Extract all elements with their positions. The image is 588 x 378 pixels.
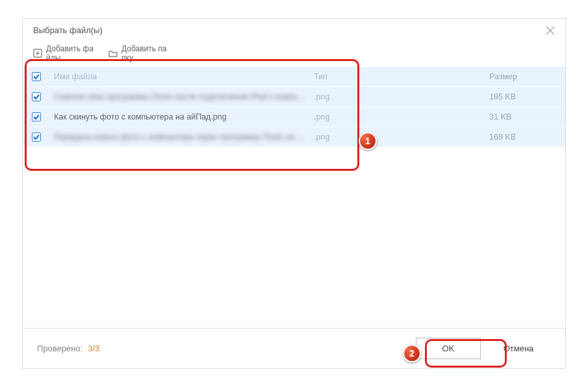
row-checkbox[interactable] xyxy=(32,132,41,142)
table-header: Имя файла Тип Размер xyxy=(23,67,565,86)
folder-icon xyxy=(109,49,118,58)
row-checkbox[interactable] xyxy=(32,92,41,101)
file-size: 169 KB xyxy=(392,132,556,142)
add-files-button[interactable]: Добавить фа йлы xyxy=(33,44,98,63)
titlebar: Выбрать файл(ы) xyxy=(23,19,565,42)
select-all-checkbox[interactable] xyxy=(32,72,41,81)
add-files-label: Добавить фа йлы xyxy=(46,44,98,63)
toolbar: Добавить фа йлы Добавить па пку xyxy=(23,42,565,67)
header-name: Имя файла xyxy=(54,72,314,81)
row-checkbox[interactable] xyxy=(32,112,41,121)
file-size: 31 KB xyxy=(392,112,556,121)
ok-button[interactable]: OK xyxy=(416,338,481,359)
dialog-title: Выбрать файл(ы) xyxy=(33,25,103,35)
file-type: .png xyxy=(314,112,392,121)
table-row[interactable]: Как скинуть фото с компьютера на айПад.p… xyxy=(23,107,565,127)
close-icon[interactable] xyxy=(546,26,555,35)
checked-label: Проверено: xyxy=(37,344,83,353)
header-size: Размер xyxy=(392,72,556,81)
file-type: .png xyxy=(314,92,392,101)
file-type: .png xyxy=(314,132,392,142)
file-picker-dialog: Выбрать файл(ы) Добавить фа йлы Добавить… xyxy=(22,18,566,369)
table-row[interactable]: Передача нового фото с компьютера через … xyxy=(23,127,565,147)
add-folder-label: Добавить па пку xyxy=(121,44,173,63)
footer: Проверено: 3/3 OK Отмена xyxy=(23,328,565,368)
file-name: Главное окно программы iTools после подк… xyxy=(54,92,314,101)
file-size: 195 KB xyxy=(392,92,556,101)
file-name: Передача нового фото с компьютера через … xyxy=(54,132,314,142)
plus-box-icon xyxy=(33,49,42,58)
checked-count: 3/3 xyxy=(88,344,99,353)
file-list: Главное окно программы iTools после подк… xyxy=(23,86,565,147)
header-type: Тип xyxy=(314,72,392,81)
table-row[interactable]: Главное окно программы iTools после подк… xyxy=(23,86,565,107)
add-folder-button[interactable]: Добавить па пку xyxy=(109,44,173,63)
file-name: Как скинуть фото с компьютера на айПад.p… xyxy=(54,112,314,121)
cancel-button[interactable]: Отмена xyxy=(486,338,551,359)
